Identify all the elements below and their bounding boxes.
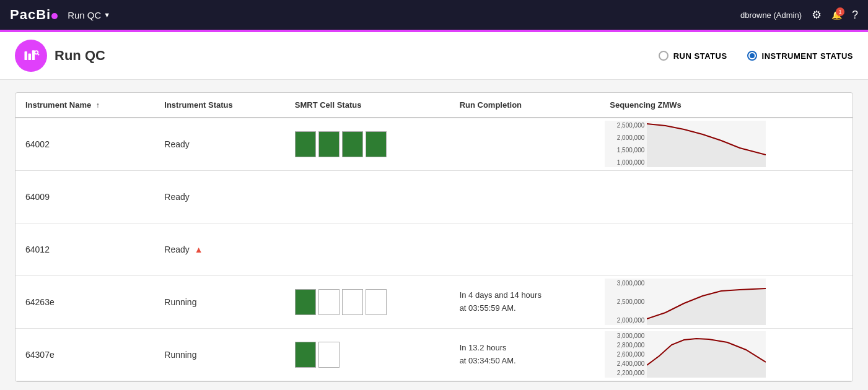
sort-asc-icon: ↑ <box>96 101 100 110</box>
table-row[interactable]: 64307e Running In 13.2 hours at 03:34:50… <box>15 328 853 381</box>
alert-icon: ▲ <box>195 245 203 254</box>
cell-instrument-status: Running <box>154 275 285 328</box>
main-content: Instrument Name ↑ Instrument Status SMRT… <box>0 80 868 390</box>
smrt-cell-3 <box>342 289 363 315</box>
svg-marker-7 <box>647 288 766 325</box>
svg-point-3 <box>35 51 38 54</box>
notifications-bell[interactable]: 🔔 1 <box>831 10 842 20</box>
smrt-cell-1 <box>295 289 316 315</box>
smrt-cell-1 <box>295 131 316 157</box>
smrt-cell-4 <box>366 289 387 315</box>
cell-smrt-cells <box>285 118 450 170</box>
cell-instrument-id: 64009 <box>15 170 154 223</box>
cell-smrt-cells <box>285 328 450 381</box>
cell-instrument-status: Ready <box>154 170 285 223</box>
completion-line2: at 03:55:59 AM. <box>460 302 590 315</box>
nav-label: Run QC <box>68 10 101 20</box>
completion-line2: at 03:34:50 AM. <box>460 355 590 368</box>
instrument-status-label: INSTRUMENT STATUS <box>762 51 853 61</box>
table-row[interactable]: 64263e Running In 4 days and 14 hours <box>15 275 853 328</box>
settings-icon[interactable]: ⚙ <box>812 8 822 22</box>
cell-instrument-status: Ready ▲ <box>154 223 285 275</box>
svg-marker-6 <box>647 124 766 167</box>
run-completion-text: In 4 days and 14 hours at 03:55:59 AM. <box>460 289 590 315</box>
zmw-chart-64307e: 3,000,000 2,800,000 2,600,000 2,400,000 … <box>605 331 766 378</box>
col-instrument-status: Instrument Status <box>154 93 285 118</box>
chart-y-labels: 3,000,000 2,800,000 2,600,000 2,400,000 … <box>605 331 647 378</box>
table-header-row: Instrument Name ↑ Instrument Status SMRT… <box>15 93 853 118</box>
chart-svg <box>647 279 766 325</box>
run-qc-icon <box>22 47 40 64</box>
status-filter: RUN STATUS INSTRUMENT STATUS <box>659 51 853 61</box>
cell-run-completion <box>450 118 600 170</box>
svg-rect-0 <box>25 51 27 60</box>
page-header: Run QC RUN STATUS INSTRUMENT STATUS <box>0 32 868 80</box>
cell-run-completion: In 13.2 hours at 03:34:50 AM. <box>450 328 600 381</box>
smrt-cell-2 <box>318 289 340 315</box>
smrt-cell-4 <box>366 131 387 157</box>
nav-run-qc[interactable]: Run QC ▼ <box>68 10 110 20</box>
zmw-chart-64002: 2,500,000 2,000,000 1,500,000 1,000,000 <box>605 121 766 167</box>
chart-plot-area <box>647 279 766 325</box>
cell-smrt-cells <box>285 170 450 223</box>
chart-plot-area <box>647 331 766 378</box>
zmw-chart-64263e: 3,000,000 2,500,000 2,000,000 <box>605 279 766 325</box>
table-row[interactable]: 64009 Ready <box>15 170 853 223</box>
header-user: dbrowne (Admin) <box>740 11 802 20</box>
cell-run-completion <box>450 223 600 275</box>
run-status-radio[interactable] <box>659 51 669 61</box>
logo: PacBi <box>10 7 58 23</box>
smrt-cells-container <box>295 289 440 315</box>
help-icon[interactable]: ? <box>852 9 858 22</box>
cell-instrument-id: 64307e <box>15 328 154 381</box>
cell-run-completion <box>450 170 600 223</box>
chart-y-labels: 2,500,000 2,000,000 1,500,000 1,000,000 <box>605 121 647 167</box>
completion-line1: In 13.2 hours <box>460 342 590 355</box>
completion-line1: In 4 days and 14 hours <box>460 289 590 302</box>
cell-instrument-status: Running <box>154 328 285 381</box>
cell-zmw-chart: 3,000,000 2,800,000 2,600,000 2,400,000 … <box>600 328 853 381</box>
instrument-status-option[interactable]: INSTRUMENT STATUS <box>747 51 853 61</box>
cell-instrument-id: 64012 <box>15 223 154 275</box>
run-completion-text: In 13.2 hours at 03:34:50 AM. <box>460 342 590 368</box>
smrt-cell-1 <box>295 342 316 368</box>
instruments-table: Instrument Name ↑ Instrument Status SMRT… <box>15 92 853 382</box>
page-icon <box>15 40 47 72</box>
chart-svg <box>647 121 766 167</box>
cell-smrt-cells <box>285 275 450 328</box>
chart-y-labels: 3,000,000 2,500,000 2,000,000 <box>605 279 647 325</box>
table-row[interactable]: 64012 Ready ▲ <box>15 223 853 275</box>
chart-svg <box>647 331 766 378</box>
col-run-completion: Run Completion <box>450 93 600 118</box>
smrt-cell-3 <box>342 131 363 157</box>
chart-plot-area <box>647 121 766 167</box>
app-header: PacBi Run QC ▼ dbrowne (Admin) ⚙ 🔔 1 ? <box>0 0 868 30</box>
cell-instrument-id: 64263e <box>15 275 154 328</box>
run-status-option[interactable]: RUN STATUS <box>659 51 727 61</box>
cell-smrt-cells <box>285 223 450 275</box>
notifications-badge: 1 <box>836 7 844 16</box>
cell-instrument-id: 64002 <box>15 118 154 170</box>
header-right: dbrowne (Admin) ⚙ 🔔 1 ? <box>740 8 858 22</box>
smrt-cells-container <box>295 131 440 157</box>
cell-zmw-chart: 2,500,000 2,000,000 1,500,000 1,000,000 <box>600 118 853 170</box>
run-status-label: RUN STATUS <box>673 51 727 61</box>
cell-instrument-status: Ready <box>154 118 285 170</box>
svg-line-4 <box>38 54 39 55</box>
col-smrt-cell-status: SMRT Cell Status <box>285 93 450 118</box>
instrument-status-radio[interactable] <box>747 51 757 61</box>
cell-zmw-chart <box>600 223 853 275</box>
logo-text: PacBi <box>10 7 58 23</box>
smrt-cell-2 <box>318 131 340 157</box>
svg-rect-1 <box>28 54 31 61</box>
col-sequencing-zmws: Sequencing ZMWs <box>600 93 853 118</box>
table-row[interactable]: 64002 Ready 2,50 <box>15 118 853 170</box>
smrt-cell-2 <box>318 342 340 368</box>
cell-zmw-chart <box>600 170 853 223</box>
col-instrument-name[interactable]: Instrument Name ↑ <box>15 93 154 118</box>
smrt-cells-container <box>295 342 440 368</box>
nav-caret: ▼ <box>103 11 110 19</box>
cell-run-completion: In 4 days and 14 hours at 03:55:59 AM. <box>450 275 600 328</box>
svg-marker-8 <box>647 339 766 378</box>
page-title: Run QC <box>55 48 105 64</box>
